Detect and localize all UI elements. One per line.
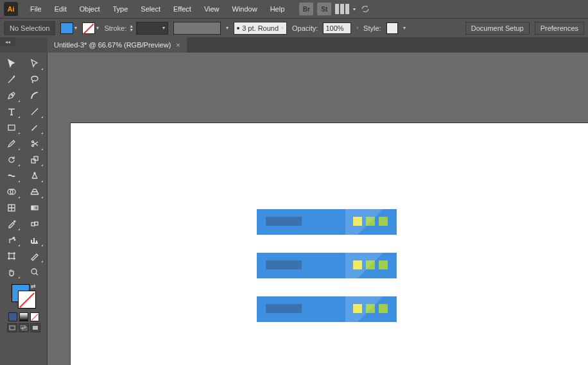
color-mode-none[interactable] <box>30 312 39 321</box>
blend-tool[interactable] <box>26 217 44 231</box>
style-dropdown-caret[interactable]: ▾ <box>403 25 406 31</box>
gradient-tool[interactable] <box>26 201 44 215</box>
width-tool[interactable] <box>3 169 21 183</box>
profile-label: 3 pt. Round <box>242 24 279 32</box>
symbol-sprayer-tool[interactable] <box>3 233 21 247</box>
stroke-swatch[interactable] <box>82 22 95 34</box>
stroke-color-box[interactable] <box>18 291 36 309</box>
canvas-area[interactable] <box>48 53 588 365</box>
server-slot-icon <box>266 217 302 226</box>
svg-rect-12 <box>31 223 35 226</box>
perspective-grid-tool[interactable] <box>26 185 44 199</box>
curvature-tool[interactable] <box>26 89 44 103</box>
opacity-value: 100% <box>325 24 343 32</box>
draw-normal-icon[interactable] <box>7 323 17 332</box>
svg-rect-13 <box>35 222 38 225</box>
menu-object[interactable]: Object <box>74 2 106 16</box>
artwork-server-3[interactable] <box>257 296 397 322</box>
app-logo-text: Ai <box>8 5 15 13</box>
stroke-weight-stepper[interactable]: ▲▼ <box>129 24 134 32</box>
svg-point-0 <box>13 76 14 77</box>
brush-dropdown-caret[interactable]: ▾ <box>226 25 229 31</box>
magic-wand-tool[interactable] <box>3 72 21 87</box>
document-tab[interactable]: Untitled-3* @ 66.67% (RGB/Preview) × <box>48 37 187 53</box>
stroke-weight-group: Stroke: ▲▼ ▾ <box>104 22 168 35</box>
direct-selection-tool[interactable] <box>26 56 44 71</box>
draw-behind-icon[interactable] <box>19 323 29 332</box>
zoom-tool[interactable] <box>26 265 44 279</box>
stock-badge[interactable]: St <box>317 3 331 15</box>
stroke-dropdown-caret[interactable]: ▾ <box>96 25 99 31</box>
graphic-style-swatch[interactable] <box>386 22 398 34</box>
screen-mode-icon[interactable] <box>30 323 40 332</box>
arrange-dropdown-caret[interactable]: ▾ <box>353 6 356 12</box>
scale-tool[interactable] <box>26 153 44 167</box>
menu-help[interactable]: Help <box>264 2 291 16</box>
artwork-server-1[interactable] <box>257 209 397 235</box>
column-graph-tool[interactable] <box>26 233 44 247</box>
svg-rect-6 <box>34 157 38 160</box>
brush-definition-dropdown[interactable] <box>173 22 221 35</box>
menu-file[interactable]: File <box>24 2 48 16</box>
arrange-documents-icon[interactable] <box>335 4 349 14</box>
color-mode-solid[interactable] <box>8 312 17 321</box>
selection-tool[interactable] <box>3 56 21 71</box>
panel-collapse-toggle[interactable]: ◂◂ <box>0 37 15 46</box>
menu-select[interactable]: Select <box>135 2 166 16</box>
mesh-tool[interactable] <box>3 201 21 215</box>
rotate-tool[interactable] <box>3 153 21 167</box>
opacity-field[interactable]: 100% <box>323 22 351 34</box>
server-highlight <box>345 296 397 322</box>
style-label: Style: <box>363 24 381 32</box>
stroke-swatch-group: ▾ <box>82 22 99 34</box>
rectangle-tool[interactable] <box>3 121 21 135</box>
shape-builder-tool[interactable] <box>3 185 21 199</box>
artboard[interactable] <box>71 123 588 365</box>
pen-tool[interactable] <box>3 89 21 103</box>
close-tab-icon[interactable]: × <box>176 41 180 49</box>
fill-stroke-control[interactable]: ⇄ <box>10 283 37 310</box>
color-mode-gradient[interactable] <box>19 312 28 321</box>
line-tool[interactable] <box>26 105 44 119</box>
app-logo: Ai <box>4 2 18 16</box>
server-slot-icon <box>266 304 302 313</box>
tools-grid <box>3 56 45 279</box>
document-tab-title: Untitled-3* @ 66.67% (RGB/Preview) <box>54 41 171 49</box>
fill-swatch[interactable] <box>60 22 73 34</box>
fill-dropdown-caret[interactable]: ▾ <box>74 25 77 31</box>
profile-dot-icon <box>237 27 239 30</box>
preferences-button[interactable]: Preferences <box>535 22 584 35</box>
control-bar: No Selection ▾ ▾ Stroke: ▲▼ ▾ ▾ 3 pt. Ro… <box>0 18 588 37</box>
type-tool[interactable] <box>3 105 21 119</box>
bridge-badge[interactable]: Br <box>299 3 313 15</box>
opacity-label: Opacity: <box>292 24 318 32</box>
artwork-server-2[interactable] <box>257 253 397 278</box>
scissors-tool[interactable] <box>26 137 44 151</box>
selection-status: No Selection <box>4 21 55 35</box>
color-mode-row <box>8 312 39 321</box>
eyedropper-tool[interactable] <box>3 217 21 231</box>
artboard-tool[interactable] <box>3 249 21 263</box>
slice-tool[interactable] <box>26 249 44 263</box>
screen-mode-row <box>7 323 40 332</box>
opacity-dropdown-caret[interactable]: › <box>356 25 358 31</box>
hand-tool[interactable] <box>3 265 21 279</box>
gpu-sync-icon[interactable] <box>359 3 371 15</box>
stroke-weight-dropdown[interactable]: ▾ <box>136 22 168 35</box>
menu-view[interactable]: View <box>198 2 225 16</box>
fill-swatch-group: ▾ <box>60 22 77 34</box>
server-slot-icon <box>266 260 302 269</box>
svg-point-17 <box>31 269 37 274</box>
svg-rect-11 <box>31 206 38 210</box>
document-setup-button[interactable]: Document Setup <box>465 22 530 35</box>
variable-width-profile[interactable]: 3 pt. Round ▾ <box>234 22 287 35</box>
menu-edit[interactable]: Edit <box>49 2 73 16</box>
menu-effect[interactable]: Effect <box>168 2 197 16</box>
warp-tool[interactable] <box>26 169 44 183</box>
lasso-tool[interactable] <box>26 72 44 87</box>
menu-window[interactable]: Window <box>227 2 263 16</box>
pencil-tool[interactable] <box>3 137 21 151</box>
paintbrush-tool[interactable] <box>26 121 44 135</box>
menu-type[interactable]: Type <box>107 2 134 16</box>
swap-fill-stroke-icon[interactable]: ⇄ <box>31 283 36 289</box>
